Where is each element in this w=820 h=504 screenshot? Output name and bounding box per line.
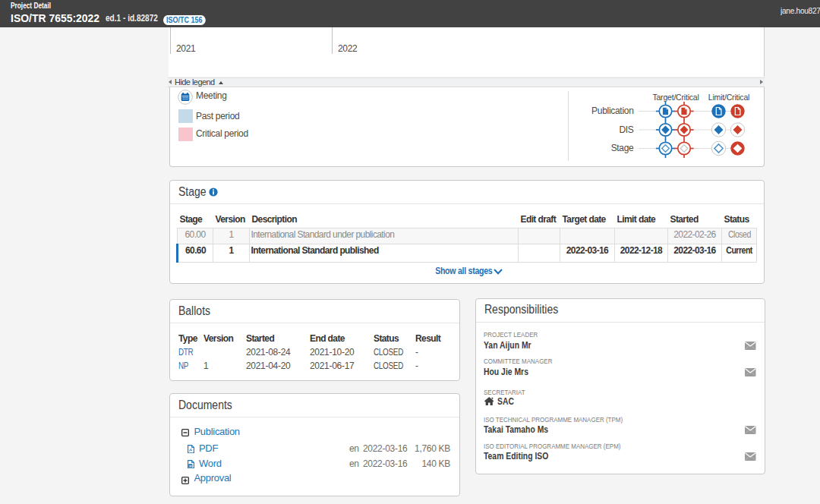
svg-text:Limit/Critical: Limit/Critical	[708, 93, 749, 102]
svg-text:Target/Critical: Target/Critical	[652, 93, 699, 102]
svg-text:DIS: DIS	[619, 124, 633, 135]
svg-text:Stage: Stage	[611, 143, 634, 153]
svg-text:Publication: Publication	[591, 106, 633, 116]
